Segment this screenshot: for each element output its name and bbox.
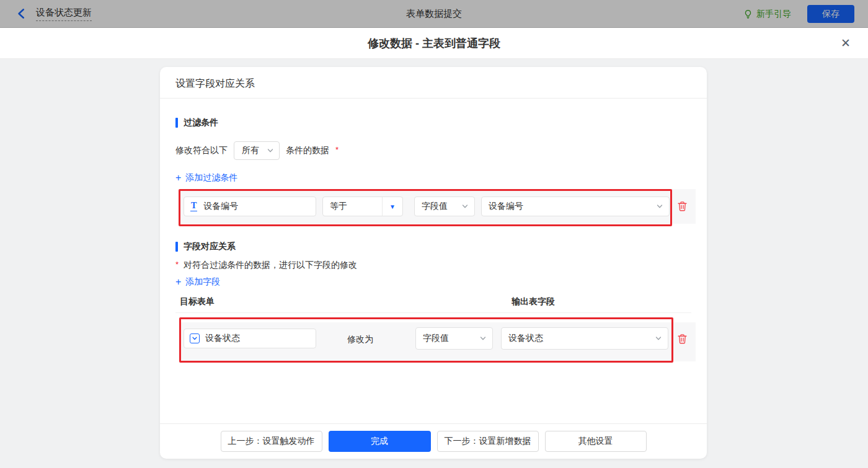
other-settings-button[interactable]: 其他设置 bbox=[545, 431, 647, 452]
add-filter-condition-link[interactable]: + 添加过滤条件 bbox=[175, 172, 237, 183]
plus-icon: + bbox=[175, 278, 181, 286]
chevron-down-icon bbox=[656, 203, 663, 210]
next-step-button[interactable]: 下一步：设置新增数据 bbox=[437, 431, 539, 452]
text-field-icon: T bbox=[190, 201, 197, 211]
delete-filter-row-button[interactable] bbox=[676, 200, 689, 213]
mapping-value-field-select[interactable]: 设备状态 bbox=[501, 327, 668, 350]
filter-section-title: 过滤条件 bbox=[175, 117, 218, 128]
modify-to-label: 修改为 bbox=[347, 334, 373, 345]
beginner-guide-label: 新手引导 bbox=[756, 9, 791, 20]
footer-divider bbox=[160, 423, 707, 424]
target-field-input[interactable]: 设备状态 bbox=[184, 329, 316, 348]
delete-mapping-row-button[interactable] bbox=[676, 333, 689, 345]
chevron-down-icon bbox=[461, 203, 469, 210]
previous-step-button[interactable]: 上一步：设置触发动作 bbox=[221, 431, 322, 452]
section-bar bbox=[175, 118, 178, 128]
chevron-down-icon bbox=[267, 147, 274, 154]
chevron-down-icon bbox=[655, 335, 662, 342]
dialog-header: 修改数据 - 主表到普通字段 ✕ bbox=[0, 28, 868, 59]
plus-icon: + bbox=[175, 174, 181, 182]
footer-button-row: 上一步：设置触发动作 完成 下一步：设置新增数据 其他设置 bbox=[160, 431, 707, 452]
page-title: 表单数据提交 bbox=[0, 8, 868, 20]
field-mapping-panel: 设置字段对应关系 过滤条件 修改符合以下 所有 条件的数据 * + 添加过滤条件… bbox=[160, 67, 707, 459]
topbar-actions: 新手引导 保存 bbox=[743, 0, 854, 28]
lightbulb-icon bbox=[743, 9, 753, 19]
beginner-guide-link[interactable]: 新手引导 bbox=[743, 9, 791, 20]
section-bar bbox=[175, 242, 178, 252]
chevron-down-icon bbox=[479, 335, 487, 342]
panel-header-title: 设置字段对应关系 bbox=[175, 77, 255, 91]
done-button[interactable]: 完成 bbox=[329, 431, 431, 452]
panel-header-divider bbox=[160, 98, 707, 99]
caret-down-icon: ▼ bbox=[389, 203, 396, 210]
filter-field-input[interactable]: T 设备编号 bbox=[184, 196, 316, 216]
close-icon[interactable]: ✕ bbox=[838, 36, 853, 51]
required-asterisk: * bbox=[335, 145, 339, 154]
operator-caret-zone[interactable]: ▼ bbox=[382, 197, 402, 216]
table-header-divider bbox=[175, 312, 691, 313]
match-mode-select[interactable]: 所有 bbox=[234, 141, 280, 160]
mapping-description-text: 对符合过滤条件的数据，进行以下字段的修改 bbox=[184, 260, 357, 271]
filter-match-row: 修改符合以下 所有 条件的数据 * bbox=[175, 141, 339, 160]
match-suffix-text: 条件的数据 bbox=[286, 145, 329, 156]
required-asterisk: * bbox=[175, 260, 179, 269]
save-button[interactable]: 保存 bbox=[807, 5, 854, 23]
top-navigation-bar: 设备状态更新 表单数据提交 新手引导 保存 bbox=[0, 0, 868, 28]
trash-icon bbox=[676, 200, 688, 212]
select-field-icon bbox=[190, 333, 200, 343]
match-prefix-text: 修改符合以下 bbox=[175, 145, 228, 156]
column-header-target-form: 目标表单 bbox=[180, 296, 215, 307]
trash-icon bbox=[676, 333, 688, 345]
dialog-title: 修改数据 - 主表到普通字段 bbox=[0, 28, 868, 59]
mapping-description-row: * 对符合过滤条件的数据，进行以下字段的修改 bbox=[175, 260, 357, 271]
column-header-output-field: 输出表字段 bbox=[512, 296, 555, 307]
add-field-link[interactable]: + 添加字段 bbox=[175, 276, 220, 288]
filter-value-field-select[interactable]: 设备编号 bbox=[481, 196, 670, 216]
filter-operator-select[interactable]: 等于 ▼ bbox=[322, 196, 403, 216]
mapping-section-title: 字段对应关系 bbox=[175, 241, 236, 252]
mapping-value-type-select[interactable]: 字段值 bbox=[415, 327, 493, 350]
filter-value-type-select[interactable]: 字段值 bbox=[414, 196, 475, 216]
